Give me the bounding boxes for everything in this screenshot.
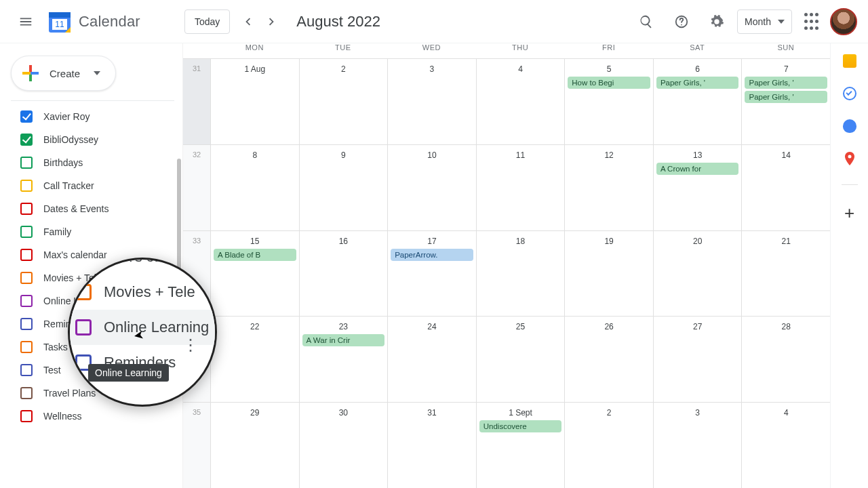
day-cell[interactable]: 12 (564, 145, 653, 230)
day-cell[interactable]: 25 (476, 317, 565, 402)
calendar-checkbox[interactable] (20, 249, 33, 261)
day-cell[interactable]: 31 (387, 403, 476, 488)
calendar-checkbox[interactable] (20, 272, 33, 284)
event-chip[interactable]: Paper Girls, ' (745, 91, 827, 103)
day-cell[interactable]: 5How to Begi (564, 59, 653, 144)
calendar-list-item[interactable]: Travel Plans (8, 382, 182, 405)
main-menu-button[interactable] (11, 7, 41, 37)
calendar-checkbox[interactable] (20, 226, 33, 238)
day-cell[interactable]: 21 (741, 231, 830, 317)
day-cell[interactable]: 4 (741, 403, 830, 488)
week-row: 328910111213A Crown for14 (183, 144, 830, 230)
day-cell[interactable]: 3 (387, 59, 476, 144)
calendar-checkbox[interactable] (20, 180, 33, 192)
calendar-list-item[interactable]: Reminders (8, 312, 182, 336)
event-chip[interactable]: PaperArrow. (391, 249, 473, 261)
day-cell[interactable]: 27 (653, 317, 742, 402)
day-cell[interactable]: 2 (299, 59, 388, 144)
calendar-list-item[interactable]: BibliOdyssey (8, 128, 182, 151)
prev-period-button[interactable] (235, 9, 260, 34)
calendar-label: Family (43, 226, 71, 237)
day-cell[interactable]: 9 (299, 145, 388, 230)
calendar-list-item[interactable]: Birthdays (8, 151, 182, 174)
calendar-list-item[interactable]: Online Learning Calendar (8, 289, 182, 312)
day-cell[interactable]: 23A War in Crir (299, 317, 388, 402)
scrollbar-thumb[interactable] (177, 159, 181, 362)
day-cell[interactable]: 4 (476, 59, 565, 144)
google-apps-button[interactable] (797, 8, 825, 35)
calendar-checkbox[interactable] (20, 364, 33, 376)
day-number: 22 (214, 322, 296, 331)
day-cell[interactable]: 26 (564, 317, 653, 402)
day-number: 1 Sept (479, 408, 562, 418)
day-cell[interactable]: 7Paper Girls, 'Paper Girls, ' (741, 59, 830, 144)
calendar-label: Online Learning Calendar (43, 296, 152, 306)
event-chip[interactable]: A Blade of B (214, 249, 296, 261)
day-number: 31 (391, 408, 473, 418)
day-cell[interactable]: 29 (210, 403, 299, 488)
day-cell[interactable]: 18 (476, 231, 565, 317)
day-cell[interactable]: 6Paper Girls, ' (653, 59, 742, 144)
calendar-list-item[interactable]: Wellness (8, 405, 182, 428)
create-button[interactable]: Create (11, 56, 116, 91)
keep-icon[interactable] (843, 54, 856, 68)
event-chip[interactable]: A Crown for (656, 163, 739, 175)
day-number: 14 (745, 150, 827, 160)
day-cell[interactable]: 10 (387, 145, 476, 230)
help-button[interactable] (667, 7, 696, 37)
day-cell[interactable]: 28 (741, 317, 830, 402)
event-chip[interactable]: Paper Girls, ' (656, 77, 739, 89)
today-button[interactable]: Today (184, 9, 230, 34)
calendar-checkbox[interactable] (20, 410, 33, 422)
day-cell[interactable]: 17PaperArrow. (387, 231, 476, 317)
day-cell[interactable]: 11 (476, 145, 565, 230)
calendar-checkbox[interactable] (20, 387, 33, 399)
calendar-checkbox[interactable] (20, 157, 33, 169)
search-button[interactable] (631, 7, 661, 37)
day-cell[interactable]: 15A Blade of B (210, 231, 299, 317)
calendar-checkbox[interactable] (20, 203, 33, 215)
day-cell[interactable]: 16 (299, 231, 388, 317)
calendar-checkbox[interactable] (20, 341, 33, 353)
calendar-checkbox[interactable] (20, 318, 33, 330)
day-header: TUE (299, 43, 388, 58)
calendar-checkbox[interactable] (20, 134, 33, 146)
day-cell[interactable]: 2 (564, 403, 653, 488)
contacts-icon[interactable] (843, 119, 856, 133)
add-addon-button[interactable]: + (844, 204, 854, 222)
day-cell[interactable]: 14 (741, 145, 830, 230)
calendar-list-item[interactable]: Dates & Events (8, 197, 182, 220)
calendar-list-item[interactable]: Call Tracker (8, 174, 182, 197)
day-cell[interactable]: 30 (299, 403, 388, 488)
event-chip[interactable]: How to Begi (568, 77, 650, 89)
calendar-checkbox[interactable] (20, 110, 33, 123)
calendar-list-item[interactable]: Movies + Television (8, 266, 182, 289)
day-cell[interactable]: 22 (210, 317, 299, 402)
next-period-button[interactable] (260, 9, 284, 34)
day-number: 4 (479, 64, 562, 74)
day-cell[interactable]: 1 Aug (210, 59, 299, 144)
day-cell[interactable]: 8 (210, 145, 299, 230)
day-number: 29 (214, 408, 296, 418)
calendar-list-item[interactable]: Tasks and Errands (8, 336, 182, 359)
tasks-icon[interactable] (843, 87, 856, 100)
day-cell[interactable]: 1 SeptUndiscovere (476, 403, 565, 488)
day-cell[interactable]: 3 (653, 403, 742, 488)
event-chip[interactable]: Undiscovere (479, 420, 562, 432)
calendar-list-item[interactable]: Max's calendar (8, 243, 182, 266)
calendar-list-item[interactable]: Xavier Roy (8, 105, 182, 128)
day-cell[interactable]: 19 (564, 231, 653, 317)
day-cell[interactable]: 24 (387, 317, 476, 402)
maps-icon[interactable] (843, 152, 856, 165)
hamburger-icon (18, 14, 33, 29)
event-chip[interactable]: Paper Girls, ' (745, 77, 827, 89)
day-cell[interactable]: 20 (653, 231, 742, 317)
calendar-checkbox[interactable] (20, 295, 33, 307)
settings-button[interactable] (702, 7, 732, 37)
calendar-list-item[interactable]: Family (8, 220, 182, 243)
day-cell[interactable]: 13A Crown for (653, 145, 742, 230)
account-avatar[interactable] (830, 8, 857, 35)
view-selector[interactable]: Month (737, 9, 792, 34)
event-chip[interactable]: A War in Crir (302, 334, 385, 346)
day-header: SAT (653, 43, 742, 58)
